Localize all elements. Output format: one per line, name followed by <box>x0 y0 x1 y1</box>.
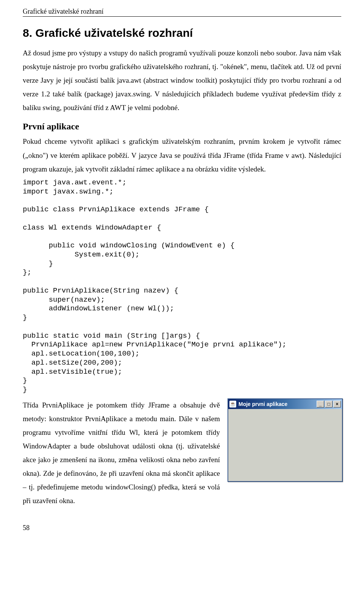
window-client-area <box>228 409 342 481</box>
running-head: Grafické uživatelské rozhraní <box>23 8 341 17</box>
window-titlebar: ☕ Moje prvni aplikace _ □ × <box>228 399 342 409</box>
explanation-row: Třída PrvniAplikace je potomkem třídy JF… <box>23 398 341 510</box>
after-code-paragraph: Třída PrvniAplikace je potomkem třídy JF… <box>23 398 220 508</box>
code-block: import java.awt.event.*; import javax.sw… <box>23 178 341 395</box>
chapter-title: 8. Grafické uživatelské rozhraní <box>23 27 341 39</box>
section-paragraph: Pokud chceme vytvořit aplikaci s grafick… <box>23 135 341 176</box>
close-button[interactable]: × <box>333 401 341 407</box>
minimize-button[interactable]: _ <box>317 401 324 407</box>
page: Grafické uživatelské rozhraní 8. Grafick… <box>0 0 364 547</box>
java-cup-icon: ☕ <box>229 401 236 407</box>
page-number: 58 <box>23 524 341 532</box>
app-window: ☕ Moje prvni aplikace _ □ × <box>228 398 343 482</box>
window-title: Moje prvni aplikace <box>238 401 317 407</box>
window-buttons: _ □ × <box>317 401 341 407</box>
intro-paragraph: Až dosud jsme pro výstupy a vstupy do na… <box>23 46 341 115</box>
maximize-button[interactable]: □ <box>325 401 333 407</box>
section-heading: První aplikace <box>23 121 341 132</box>
